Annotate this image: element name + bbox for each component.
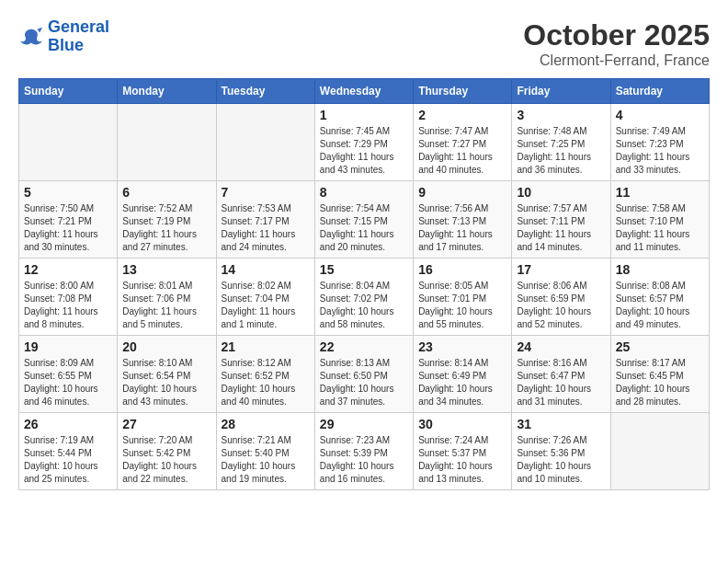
day-info: Sunrise: 8:17 AM Sunset: 6:45 PM Dayligh… [616,357,704,408]
calendar-cell: 16Sunrise: 8:05 AM Sunset: 7:01 PM Dayli… [414,259,512,336]
day-info: Sunrise: 7:45 AM Sunset: 7:29 PM Dayligh… [320,125,408,177]
day-info: Sunrise: 7:26 AM Sunset: 5:36 PM Dayligh… [517,434,605,486]
day-number: 23 [418,339,506,354]
day-number: 13 [122,262,210,277]
calendar-cell: 21Sunrise: 8:12 AM Sunset: 6:52 PM Dayli… [216,336,314,413]
weekday-header-friday: Friday [512,79,610,104]
day-info: Sunrise: 7:48 AM Sunset: 7:25 PM Dayligh… [517,125,605,177]
day-number: 10 [517,185,605,200]
calendar-cell [216,104,314,181]
weekday-header-tuesday: Tuesday [216,79,314,104]
day-number: 8 [320,185,408,200]
weekday-header-saturday: Saturday [610,79,709,104]
logo-text: General Blue [48,18,109,55]
day-info: Sunrise: 8:06 AM Sunset: 6:59 PM Dayligh… [517,280,605,331]
day-number: 2 [418,108,506,122]
logo-line2: Blue [48,36,84,54]
calendar-cell: 24Sunrise: 8:16 AM Sunset: 6:47 PM Dayli… [512,336,610,413]
calendar-cell [19,104,118,181]
day-number: 6 [122,185,210,200]
day-number: 20 [122,339,210,354]
day-info: Sunrise: 8:13 AM Sunset: 6:50 PM Dayligh… [320,357,408,408]
day-number: 5 [24,185,112,200]
calendar-cell: 7Sunrise: 7:53 AM Sunset: 7:17 PM Daylig… [216,181,314,259]
calendar-cell: 22Sunrise: 8:13 AM Sunset: 6:50 PM Dayli… [314,336,413,413]
day-info: Sunrise: 7:49 AM Sunset: 7:23 PM Dayligh… [616,125,704,177]
title-block: October 2025 Clermont-Ferrand, France [523,18,710,69]
calendar-cell: 9Sunrise: 7:56 AM Sunset: 7:13 PM Daylig… [414,181,512,259]
calendar-cell: 25Sunrise: 8:17 AM Sunset: 6:45 PM Dayli… [610,336,709,413]
day-info: Sunrise: 7:52 AM Sunset: 7:19 PM Dayligh… [122,202,210,254]
day-info: Sunrise: 7:24 AM Sunset: 5:37 PM Dayligh… [418,434,506,486]
calendar-cell: 27Sunrise: 7:20 AM Sunset: 5:42 PM Dayli… [118,413,216,490]
day-info: Sunrise: 8:16 AM Sunset: 6:47 PM Dayligh… [517,357,605,408]
day-number: 24 [517,339,605,354]
weekday-header-row: SundayMondayTuesdayWednesdayThursdayFrid… [19,79,710,104]
day-number: 29 [320,417,408,431]
calendar-cell: 23Sunrise: 8:14 AM Sunset: 6:49 PM Dayli… [414,336,512,413]
calendar-cell: 4Sunrise: 7:49 AM Sunset: 7:23 PM Daylig… [610,104,709,181]
calendar-cell: 15Sunrise: 8:04 AM Sunset: 7:02 PM Dayli… [314,259,413,336]
day-info: Sunrise: 8:10 AM Sunset: 6:54 PM Dayligh… [122,357,210,408]
calendar-cell: 5Sunrise: 7:50 AM Sunset: 7:21 PM Daylig… [19,181,118,259]
day-number: 11 [616,185,704,200]
day-number: 19 [24,339,112,354]
day-info: Sunrise: 8:08 AM Sunset: 6:57 PM Dayligh… [616,280,704,331]
day-number: 9 [418,185,506,200]
day-info: Sunrise: 7:47 AM Sunset: 7:27 PM Dayligh… [418,125,506,177]
day-info: Sunrise: 8:12 AM Sunset: 6:52 PM Dayligh… [222,357,310,408]
day-number: 15 [320,262,408,277]
day-number: 27 [122,417,210,431]
day-info: Sunrise: 8:05 AM Sunset: 7:01 PM Dayligh… [418,280,506,331]
day-info: Sunrise: 7:57 AM Sunset: 7:11 PM Dayligh… [517,202,605,254]
day-info: Sunrise: 7:54 AM Sunset: 7:15 PM Dayligh… [320,202,408,254]
weekday-header-wednesday: Wednesday [314,79,413,104]
day-info: Sunrise: 7:50 AM Sunset: 7:21 PM Dayligh… [24,202,112,254]
logo: General Blue [18,18,109,55]
day-number: 30 [418,417,506,431]
day-info: Sunrise: 8:02 AM Sunset: 7:04 PM Dayligh… [222,280,310,331]
day-number: 21 [222,339,310,354]
calendar-cell: 19Sunrise: 8:09 AM Sunset: 6:55 PM Dayli… [19,336,118,413]
day-info: Sunrise: 8:04 AM Sunset: 7:02 PM Dayligh… [320,280,408,331]
week-row-5: 26Sunrise: 7:19 AM Sunset: 5:44 PM Dayli… [19,413,710,490]
calendar-cell: 1Sunrise: 7:45 AM Sunset: 7:29 PM Daylig… [314,104,413,181]
day-info: Sunrise: 7:23 AM Sunset: 5:39 PM Dayligh… [320,434,408,486]
day-number: 1 [320,108,408,122]
day-number: 14 [222,262,310,277]
calendar-cell: 26Sunrise: 7:19 AM Sunset: 5:44 PM Dayli… [19,413,118,490]
calendar-cell: 14Sunrise: 8:02 AM Sunset: 7:04 PM Dayli… [216,259,314,336]
day-number: 25 [616,339,704,354]
location: Clermont-Ferrand, France [523,52,710,69]
calendar-cell: 13Sunrise: 8:01 AM Sunset: 7:06 PM Dayli… [118,259,216,336]
calendar-cell [118,104,216,181]
calendar-cell: 10Sunrise: 7:57 AM Sunset: 7:11 PM Dayli… [512,181,610,259]
calendar-cell: 18Sunrise: 8:08 AM Sunset: 6:57 PM Dayli… [610,259,709,336]
calendar-cell: 12Sunrise: 8:00 AM Sunset: 7:08 PM Dayli… [19,259,118,336]
day-info: Sunrise: 7:20 AM Sunset: 5:42 PM Dayligh… [122,434,210,486]
calendar-cell: 30Sunrise: 7:24 AM Sunset: 5:37 PM Dayli… [414,413,512,490]
week-row-3: 12Sunrise: 8:00 AM Sunset: 7:08 PM Dayli… [19,259,710,336]
calendar-cell: 11Sunrise: 7:58 AM Sunset: 7:10 PM Dayli… [610,181,709,259]
calendar-cell: 8Sunrise: 7:54 AM Sunset: 7:15 PM Daylig… [314,181,413,259]
weekday-header-thursday: Thursday [414,79,512,104]
calendar-cell: 31Sunrise: 7:26 AM Sunset: 5:36 PM Dayli… [512,413,610,490]
day-number: 12 [24,262,112,277]
logo-line1: General [48,17,109,36]
day-number: 7 [222,185,310,200]
calendar-cell [610,413,709,490]
calendar-cell: 3Sunrise: 7:48 AM Sunset: 7:25 PM Daylig… [512,104,610,181]
month-title: October 2025 [523,18,710,52]
weekday-header-sunday: Sunday [19,79,118,104]
day-info: Sunrise: 8:01 AM Sunset: 7:06 PM Dayligh… [122,280,210,331]
day-info: Sunrise: 7:21 AM Sunset: 5:40 PM Dayligh… [222,434,310,486]
calendar-cell: 17Sunrise: 8:06 AM Sunset: 6:59 PM Dayli… [512,259,610,336]
calendar-cell: 2Sunrise: 7:47 AM Sunset: 7:27 PM Daylig… [414,104,512,181]
day-number: 3 [517,108,605,122]
calendar-cell: 29Sunrise: 7:23 AM Sunset: 5:39 PM Dayli… [314,413,413,490]
logo-icon [18,26,44,48]
day-number: 18 [616,262,704,277]
day-number: 31 [517,417,605,431]
calendar-cell: 6Sunrise: 7:52 AM Sunset: 7:19 PM Daylig… [118,181,216,259]
week-row-1: 1Sunrise: 7:45 AM Sunset: 7:29 PM Daylig… [19,104,710,181]
